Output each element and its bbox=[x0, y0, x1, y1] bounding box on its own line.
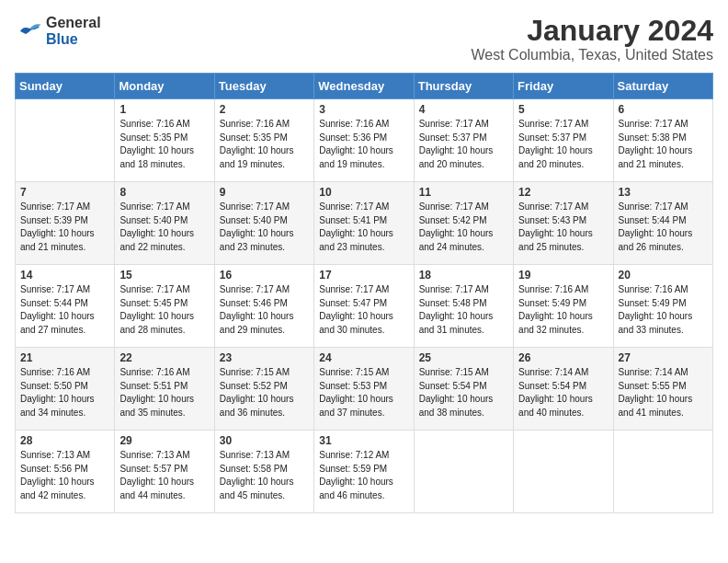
day-number: 5 bbox=[518, 103, 608, 116]
day-cell: 24Sunrise: 7:15 AM Sunset: 5:53 PM Dayli… bbox=[314, 348, 414, 431]
day-number: 3 bbox=[319, 103, 408, 116]
day-number: 12 bbox=[518, 186, 608, 199]
day-info: Sunrise: 7:17 AM Sunset: 5:45 PM Dayligh… bbox=[119, 283, 209, 337]
page-header: General Blue January 2024 West Columbia,… bbox=[15, 15, 713, 63]
header-cell-monday: Monday bbox=[115, 74, 214, 99]
day-info: Sunrise: 7:15 AM Sunset: 5:54 PM Dayligh… bbox=[419, 366, 508, 419]
day-info: Sunrise: 7:16 AM Sunset: 5:50 PM Dayligh… bbox=[20, 366, 109, 419]
day-info: Sunrise: 7:12 AM Sunset: 5:59 PM Dayligh… bbox=[319, 449, 408, 502]
day-cell: 3Sunrise: 7:16 AM Sunset: 5:36 PM Daylig… bbox=[314, 99, 414, 182]
day-info: Sunrise: 7:17 AM Sunset: 5:48 PM Dayligh… bbox=[419, 283, 508, 337]
week-row-2: 7Sunrise: 7:17 AM Sunset: 5:39 PM Daylig… bbox=[16, 182, 713, 265]
day-info: Sunrise: 7:16 AM Sunset: 5:35 PM Dayligh… bbox=[119, 118, 209, 171]
day-info: Sunrise: 7:16 AM Sunset: 5:49 PM Dayligh… bbox=[518, 283, 608, 337]
day-cell: 22Sunrise: 7:16 AM Sunset: 5:51 PM Dayli… bbox=[115, 348, 214, 431]
week-row-3: 14Sunrise: 7:17 AM Sunset: 5:44 PM Dayli… bbox=[16, 265, 713, 348]
day-info: Sunrise: 7:17 AM Sunset: 5:38 PM Dayligh… bbox=[619, 118, 708, 171]
day-number: 11 bbox=[419, 186, 508, 199]
day-cell: 5Sunrise: 7:17 AM Sunset: 5:37 PM Daylig… bbox=[514, 99, 613, 182]
day-number: 13 bbox=[619, 186, 708, 199]
calendar-title: January 2024 bbox=[471, 15, 713, 47]
day-info: Sunrise: 7:16 AM Sunset: 5:35 PM Dayligh… bbox=[220, 118, 309, 171]
day-number: 18 bbox=[419, 269, 508, 282]
calendar-subtitle: West Columbia, Texas, United States bbox=[471, 47, 713, 63]
day-number: 16 bbox=[220, 269, 309, 282]
day-cell: 12Sunrise: 7:17 AM Sunset: 5:43 PM Dayli… bbox=[514, 182, 613, 265]
calendar-table: SundayMondayTuesdayWednesdayThursdayFrid… bbox=[15, 73, 713, 513]
day-cell: 21Sunrise: 7:16 AM Sunset: 5:50 PM Dayli… bbox=[16, 348, 115, 431]
header-cell-sunday: Sunday bbox=[16, 74, 115, 99]
day-info: Sunrise: 7:17 AM Sunset: 5:39 PM Dayligh… bbox=[20, 201, 109, 254]
day-number: 23 bbox=[220, 351, 309, 364]
day-cell: 1Sunrise: 7:16 AM Sunset: 5:35 PM Daylig… bbox=[115, 99, 214, 182]
day-cell: 30Sunrise: 7:13 AM Sunset: 5:58 PM Dayli… bbox=[214, 431, 313, 513]
day-info: Sunrise: 7:17 AM Sunset: 5:47 PM Dayligh… bbox=[319, 283, 408, 337]
day-cell: 28Sunrise: 7:13 AM Sunset: 5:56 PM Dayli… bbox=[16, 431, 115, 513]
day-number: 22 bbox=[119, 351, 209, 364]
day-info: Sunrise: 7:17 AM Sunset: 5:37 PM Dayligh… bbox=[518, 118, 608, 171]
header-row: SundayMondayTuesdayWednesdayThursdayFrid… bbox=[16, 74, 713, 99]
header-cell-saturday: Saturday bbox=[613, 74, 712, 99]
day-number: 20 bbox=[619, 269, 708, 282]
day-cell: 14Sunrise: 7:17 AM Sunset: 5:44 PM Dayli… bbox=[16, 265, 115, 348]
logo-text: General Blue bbox=[46, 15, 101, 47]
day-info: Sunrise: 7:17 AM Sunset: 5:43 PM Dayligh… bbox=[518, 201, 608, 254]
day-number: 21 bbox=[20, 351, 109, 364]
day-cell: 16Sunrise: 7:17 AM Sunset: 5:46 PM Dayli… bbox=[214, 265, 313, 348]
day-number: 8 bbox=[119, 186, 209, 199]
day-number: 31 bbox=[319, 434, 408, 447]
day-info: Sunrise: 7:16 AM Sunset: 5:36 PM Dayligh… bbox=[319, 118, 408, 171]
header-cell-friday: Friday bbox=[514, 74, 613, 99]
day-number: 24 bbox=[319, 351, 408, 364]
day-info: Sunrise: 7:17 AM Sunset: 5:40 PM Dayligh… bbox=[220, 201, 309, 254]
day-info: Sunrise: 7:13 AM Sunset: 5:57 PM Dayligh… bbox=[119, 449, 209, 502]
day-cell: 9Sunrise: 7:17 AM Sunset: 5:40 PM Daylig… bbox=[214, 182, 313, 265]
day-info: Sunrise: 7:15 AM Sunset: 5:53 PM Dayligh… bbox=[319, 366, 408, 419]
day-info: Sunrise: 7:17 AM Sunset: 5:44 PM Dayligh… bbox=[619, 201, 708, 254]
day-cell: 31Sunrise: 7:12 AM Sunset: 5:59 PM Dayli… bbox=[314, 431, 414, 513]
day-number: 4 bbox=[419, 103, 508, 116]
day-number: 2 bbox=[220, 103, 309, 116]
day-cell: 6Sunrise: 7:17 AM Sunset: 5:38 PM Daylig… bbox=[613, 99, 712, 182]
day-cell: 2Sunrise: 7:16 AM Sunset: 5:35 PM Daylig… bbox=[214, 99, 313, 182]
day-cell: 15Sunrise: 7:17 AM Sunset: 5:45 PM Dayli… bbox=[115, 265, 214, 348]
logo-icon bbox=[15, 17, 42, 45]
day-cell: 8Sunrise: 7:17 AM Sunset: 5:40 PM Daylig… bbox=[115, 182, 214, 265]
day-number: 15 bbox=[119, 269, 209, 282]
header-cell-tuesday: Tuesday bbox=[214, 74, 313, 99]
day-info: Sunrise: 7:17 AM Sunset: 5:46 PM Dayligh… bbox=[220, 283, 309, 337]
logo-blue: Blue bbox=[46, 31, 101, 48]
day-number: 1 bbox=[119, 103, 209, 116]
day-info: Sunrise: 7:17 AM Sunset: 5:44 PM Dayligh… bbox=[20, 283, 109, 337]
day-cell: 11Sunrise: 7:17 AM Sunset: 5:42 PM Dayli… bbox=[414, 182, 513, 265]
day-cell bbox=[613, 431, 712, 513]
day-info: Sunrise: 7:14 AM Sunset: 5:55 PM Dayligh… bbox=[619, 366, 708, 419]
day-cell: 13Sunrise: 7:17 AM Sunset: 5:44 PM Dayli… bbox=[613, 182, 712, 265]
day-info: Sunrise: 7:13 AM Sunset: 5:58 PM Dayligh… bbox=[220, 449, 309, 502]
day-info: Sunrise: 7:16 AM Sunset: 5:51 PM Dayligh… bbox=[119, 366, 209, 419]
day-number: 6 bbox=[619, 103, 708, 116]
day-cell: 27Sunrise: 7:14 AM Sunset: 5:55 PM Dayli… bbox=[613, 348, 712, 431]
day-cell bbox=[414, 431, 513, 513]
day-cell: 20Sunrise: 7:16 AM Sunset: 5:49 PM Dayli… bbox=[613, 265, 712, 348]
day-info: Sunrise: 7:17 AM Sunset: 5:42 PM Dayligh… bbox=[419, 201, 508, 254]
day-cell: 17Sunrise: 7:17 AM Sunset: 5:47 PM Dayli… bbox=[314, 265, 414, 348]
day-number: 9 bbox=[220, 186, 309, 199]
day-number: 26 bbox=[518, 351, 608, 364]
day-info: Sunrise: 7:14 AM Sunset: 5:54 PM Dayligh… bbox=[518, 366, 608, 419]
day-cell: 26Sunrise: 7:14 AM Sunset: 5:54 PM Dayli… bbox=[514, 348, 613, 431]
header-cell-wednesday: Wednesday bbox=[314, 74, 414, 99]
day-number: 28 bbox=[20, 434, 109, 447]
day-info: Sunrise: 7:16 AM Sunset: 5:49 PM Dayligh… bbox=[619, 283, 708, 337]
title-block: January 2024 West Columbia, Texas, Unite… bbox=[471, 15, 713, 63]
day-cell: 29Sunrise: 7:13 AM Sunset: 5:57 PM Dayli… bbox=[115, 431, 214, 513]
day-number: 17 bbox=[319, 269, 408, 282]
day-info: Sunrise: 7:13 AM Sunset: 5:56 PM Dayligh… bbox=[20, 449, 109, 502]
day-cell: 10Sunrise: 7:17 AM Sunset: 5:41 PM Dayli… bbox=[314, 182, 414, 265]
logo: General Blue bbox=[15, 15, 101, 47]
week-row-4: 21Sunrise: 7:16 AM Sunset: 5:50 PM Dayli… bbox=[16, 348, 713, 431]
day-number: 29 bbox=[119, 434, 209, 447]
day-cell bbox=[16, 99, 115, 182]
header-cell-thursday: Thursday bbox=[414, 74, 513, 99]
day-number: 7 bbox=[20, 186, 109, 199]
